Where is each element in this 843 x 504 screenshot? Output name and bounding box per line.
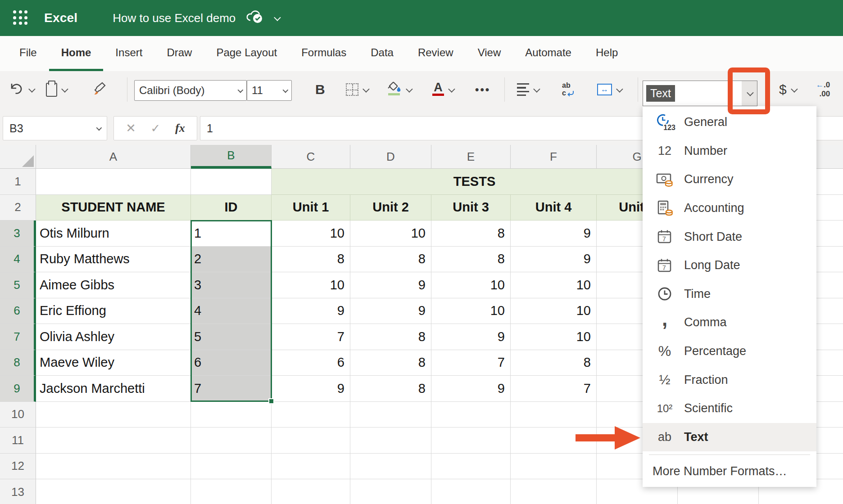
cell-B11[interactable] [191, 428, 272, 454]
row-header-11[interactable]: 11 [0, 428, 36, 454]
cell-D8[interactable]: 8 [350, 350, 431, 376]
currency-chevron-icon[interactable] [791, 86, 798, 93]
cell-A10[interactable] [36, 402, 191, 428]
row-header-6[interactable]: 6 [0, 298, 36, 324]
cell-C2-unit1-header[interactable]: Unit 1 [272, 195, 350, 221]
menu-item-currency[interactable]: Currency [643, 165, 816, 194]
wrap-text-button[interactable]: ab c [562, 71, 574, 108]
cell-D7[interactable]: 8 [350, 324, 431, 350]
cell-F12[interactable] [511, 454, 597, 480]
cell-C3[interactable]: 10 [272, 220, 350, 247]
paste-chevron-icon[interactable] [61, 86, 68, 93]
cell-B10[interactable] [191, 402, 272, 428]
tab-file[interactable]: File [7, 36, 49, 71]
cell-D11[interactable] [350, 428, 431, 454]
row-header-13[interactable]: 13 [0, 479, 36, 504]
cell-B7[interactable]: 5 [191, 324, 272, 350]
cell-A3[interactable]: Otis Milburn [36, 220, 191, 247]
cell-E7[interactable]: 9 [431, 324, 511, 350]
bold-button[interactable]: B [315, 71, 325, 108]
font-color-chevron-icon[interactable] [448, 86, 455, 93]
fill-color-button[interactable] [387, 71, 411, 108]
column-header-A[interactable]: A [36, 145, 191, 169]
merge-cells-button[interactable]: ↔ [597, 71, 621, 108]
cell-B4[interactable]: 2 [191, 247, 272, 273]
app-launcher-waffle-icon[interactable] [11, 8, 31, 28]
borders-chevron-icon[interactable] [363, 86, 370, 93]
cell-B9[interactable]: 7 [191, 376, 272, 402]
cell-F5[interactable]: 10 [511, 272, 597, 298]
cell-C8[interactable]: 6 [272, 350, 350, 376]
saved-cloud-check-icon[interactable] [245, 9, 265, 27]
menu-item-text[interactable]: ab Text [643, 423, 816, 452]
cell-F13[interactable] [511, 479, 597, 504]
cell-F3[interactable]: 9 [511, 220, 597, 247]
cell-F8[interactable]: 8 [511, 350, 597, 376]
format-painter-button[interactable] [92, 71, 107, 108]
cell-E11[interactable] [431, 428, 511, 454]
row-header-7[interactable]: 7 [0, 324, 36, 350]
cell-A4[interactable]: Ruby Matthews [36, 247, 191, 273]
cell-D3[interactable]: 10 [350, 220, 431, 247]
merge-chevron-icon[interactable] [616, 86, 623, 93]
cell-A12[interactable] [36, 454, 191, 480]
cell-E8[interactable]: 7 [431, 350, 511, 376]
align-chevron-icon[interactable] [533, 86, 540, 93]
document-title[interactable]: How to use Excel demo [113, 11, 236, 25]
column-header-B[interactable]: B [191, 145, 272, 169]
row-header-9[interactable]: 9 [0, 376, 36, 402]
fill-handle[interactable] [268, 398, 274, 404]
column-header-D[interactable]: D [350, 145, 431, 169]
menu-item-short-date[interactable]: 7 Short Date [643, 222, 816, 251]
cell-F6[interactable]: 10 [511, 298, 597, 324]
increase-decimal-button[interactable]: ←.0 .00 [816, 71, 830, 108]
cell-E9[interactable]: 9 [431, 376, 511, 402]
cell-E6[interactable]: 10 [431, 298, 511, 324]
tab-help[interactable]: Help [584, 36, 630, 71]
row-header-3[interactable]: 3 [0, 220, 36, 247]
cell-E13[interactable] [431, 479, 511, 504]
font-name-select[interactable]: Calibri (Body) [134, 80, 247, 101]
cell-B3-active[interactable]: 1 [191, 220, 272, 247]
cell-A1[interactable] [36, 169, 191, 195]
cell-F7[interactable]: 10 [511, 324, 597, 350]
fill-color-chevron-icon[interactable] [406, 86, 413, 93]
number-format-dropdown-button[interactable] [742, 81, 757, 106]
cell-B1[interactable] [191, 169, 272, 195]
menu-item-accounting[interactable]: Accounting [643, 194, 816, 223]
tab-review[interactable]: Review [406, 36, 466, 71]
tab-page-layout[interactable]: Page Layout [204, 36, 289, 71]
menu-item-long-date[interactable]: 7 Long Date [643, 251, 816, 280]
cell-A9[interactable]: Jackson Marchetti [36, 376, 191, 402]
number-format-combobox[interactable]: Text [643, 81, 757, 106]
column-header-C[interactable]: C [272, 145, 350, 169]
cell-C11[interactable] [272, 428, 350, 454]
font-color-button[interactable]: A [432, 71, 453, 108]
cell-B2-id-header[interactable]: ID [191, 195, 272, 221]
cell-C7[interactable]: 7 [272, 324, 350, 350]
cell-C6[interactable]: 9 [272, 298, 350, 324]
cell-D9[interactable]: 8 [350, 376, 431, 402]
cell-C10[interactable] [272, 402, 350, 428]
paste-button[interactable] [46, 71, 67, 108]
cell-E10[interactable] [431, 402, 511, 428]
cell-D5[interactable]: 9 [350, 272, 431, 298]
cell-B6[interactable]: 4 [191, 298, 272, 324]
undo-button[interactable] [8, 71, 34, 108]
cell-C4[interactable]: 8 [272, 247, 350, 273]
tab-home[interactable]: Home [49, 36, 104, 71]
cell-B5[interactable]: 3 [191, 272, 272, 298]
row-header-10[interactable]: 10 [0, 402, 36, 428]
cell-E12[interactable] [431, 454, 511, 480]
cell-D13[interactable] [350, 479, 431, 504]
menu-item-comma[interactable]: , Comma [643, 308, 816, 337]
cell-A8[interactable]: Maeve Wiley [36, 350, 191, 376]
cell-B12[interactable] [191, 454, 272, 480]
menu-item-number[interactable]: 12 Number [643, 137, 816, 166]
cell-F4[interactable]: 9 [511, 247, 597, 273]
cell-B8[interactable]: 6 [191, 350, 272, 376]
cell-C13[interactable] [272, 479, 350, 504]
cell-D6[interactable]: 9 [350, 298, 431, 324]
column-header-F[interactable]: F [511, 145, 597, 169]
cell-C5[interactable]: 10 [272, 272, 350, 298]
